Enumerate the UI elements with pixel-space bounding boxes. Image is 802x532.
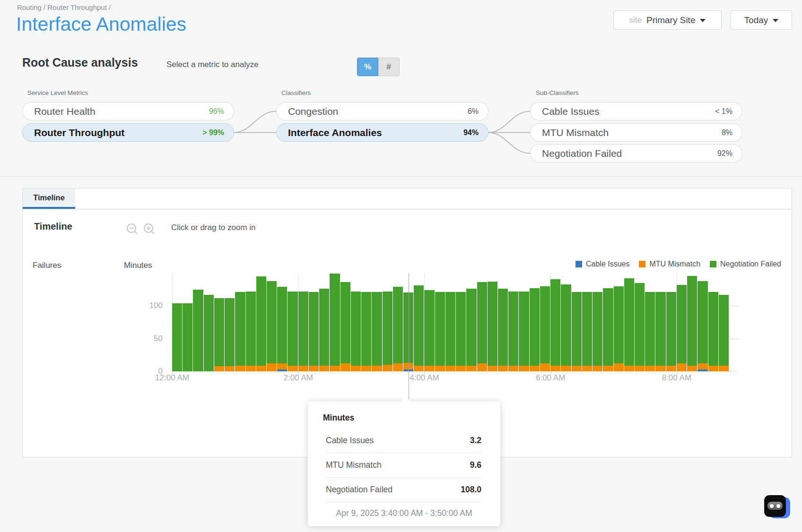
timeline-bar[interactable] (435, 292, 445, 371)
pill-label: Router Health (34, 106, 209, 117)
timeline-bar[interactable] (530, 288, 540, 371)
timeline-bar[interactable] (635, 283, 645, 371)
bar-segment (445, 366, 455, 371)
timeline-bar[interactable] (677, 285, 687, 371)
bar-segment (550, 366, 560, 371)
robot-eye (776, 504, 780, 508)
tab-bar: Timeline (23, 189, 792, 209)
timeline-bar[interactable] (655, 292, 665, 371)
timeline-bar[interactable] (624, 278, 634, 371)
bar-segment (256, 366, 266, 371)
timeline-bar[interactable] (319, 289, 329, 371)
chart-tooltip: Minutes Cable Issues 3.2 MTU Mismatch 9.… (308, 402, 500, 526)
timeline-bar[interactable] (603, 288, 613, 371)
timeline-bar[interactable] (340, 282, 350, 371)
timeline-bar[interactable] (519, 292, 529, 371)
timeline-bar[interactable] (424, 290, 434, 371)
chatbot-button[interactable] (764, 495, 791, 519)
timeline-bar[interactable] (383, 292, 392, 371)
timeline-bar[interactable] (183, 303, 192, 371)
pill-label: Cable Issues (542, 106, 715, 117)
timeline-bar[interactable] (445, 292, 455, 371)
timeline-bar[interactable] (666, 292, 676, 371)
tooltip-row-label: MTU Mismatch (326, 460, 382, 470)
pill-negotiation-failed[interactable]: Negotiation Failed 92% (530, 144, 742, 163)
bar-segment (624, 278, 634, 365)
timeline-bar[interactable] (330, 274, 340, 371)
legend-item-cable-issues[interactable]: Cable Issues (575, 260, 630, 268)
timeline-section-title: Timeline (34, 221, 72, 232)
bar-segment (298, 366, 308, 371)
bar-segment (424, 290, 434, 365)
timeline-bar[interactable] (277, 287, 287, 371)
legend-item-mtu-mismatch[interactable]: MTU Mismatch (639, 260, 700, 268)
x-tick-label: 4:00 AM (410, 373, 439, 383)
timeline-bar[interactable] (477, 282, 487, 371)
bar-segment (225, 298, 235, 366)
timeline-bar[interactable] (593, 292, 602, 371)
timeline-bar[interactable] (235, 292, 245, 371)
timeline-bar[interactable] (582, 292, 592, 371)
pill-value: 94% (463, 129, 479, 137)
pill-mtu-mismatch[interactable]: MTU Mismatch 8% (530, 123, 742, 142)
pill-router-throughput[interactable]: Router Throughput > 99% (22, 123, 234, 142)
timeline-bar[interactable] (697, 281, 707, 371)
zoom-out-icon[interactable] (126, 223, 139, 235)
tooltip-row-mtu-mismatch: MTU Mismatch 9.6 (326, 453, 481, 478)
timeline-bar[interactable] (561, 284, 571, 371)
bar-segment (719, 295, 729, 366)
pill-router-health[interactable]: Router Health 96% (22, 102, 234, 120)
bar-segment (235, 366, 245, 371)
timeline-bar[interactable] (708, 292, 718, 371)
timeline-bar[interactable] (687, 276, 697, 371)
pill-cable-issues[interactable]: Cable Issues < 1% (530, 102, 742, 120)
pill-value: 6% (468, 107, 479, 116)
timeline-bar[interactable] (298, 292, 308, 371)
timeline-bar[interactable] (393, 287, 403, 371)
y-axis-unit-label: Minutes (124, 261, 152, 270)
timeline-bar[interactable] (372, 292, 382, 371)
timeline-bar[interactable] (508, 292, 518, 371)
timeline-bar[interactable] (288, 292, 297, 371)
legend-item-negotiation-failed[interactable]: Negotiation Failed (710, 260, 781, 268)
timeline-bar[interactable] (204, 295, 214, 371)
timeline-bar[interactable] (488, 282, 497, 371)
timeline-bar[interactable] (246, 292, 256, 371)
timeline-bar[interactable] (225, 298, 235, 371)
bar-segment (424, 366, 434, 371)
tab-timeline[interactable]: Timeline (23, 189, 75, 209)
bar-segment (277, 363, 287, 369)
timeline-bar[interactable] (550, 279, 560, 371)
timeline-bar[interactable] (193, 290, 203, 371)
bar-segment (235, 292, 245, 365)
timeline-bar[interactable] (498, 289, 508, 371)
timeline-bar[interactable] (614, 286, 624, 371)
y-axis-tick-labels: 050100 (137, 273, 166, 371)
timeline-bar[interactable] (719, 295, 729, 371)
timeline-bar[interactable] (267, 281, 277, 371)
timeline-chart-plot[interactable] (172, 273, 738, 371)
bar-segment (677, 285, 687, 363)
x-tick-label: 12:00 AM (155, 373, 189, 383)
timeline-bar[interactable] (351, 292, 361, 371)
bar-segment (677, 363, 687, 371)
timeline-bar[interactable] (540, 286, 550, 371)
timeline-bar[interactable] (414, 285, 424, 371)
timeline-bar[interactable] (172, 303, 182, 371)
column-label-service-level-metrics: Service Level Metrics (27, 89, 88, 96)
bar-segment (435, 292, 445, 365)
pill-interface-anomalies[interactable]: Interface Anomalies 94% (276, 123, 488, 142)
bar-segment (635, 366, 645, 371)
pill-congestion[interactable]: Congestion 6% (276, 102, 488, 120)
timeline-bar[interactable] (645, 292, 655, 371)
tooltip-title: Minutes (323, 413, 500, 423)
timeline-bar[interactable] (256, 276, 266, 371)
timeline-bar[interactable] (466, 289, 476, 371)
bar-segment (456, 366, 466, 371)
timeline-bar[interactable] (309, 292, 319, 371)
timeline-bar[interactable] (456, 292, 466, 371)
timeline-bar[interactable] (214, 298, 224, 371)
zoom-in-icon[interactable] (143, 223, 156, 235)
timeline-bar[interactable] (361, 292, 371, 371)
timeline-bar[interactable] (572, 292, 582, 371)
